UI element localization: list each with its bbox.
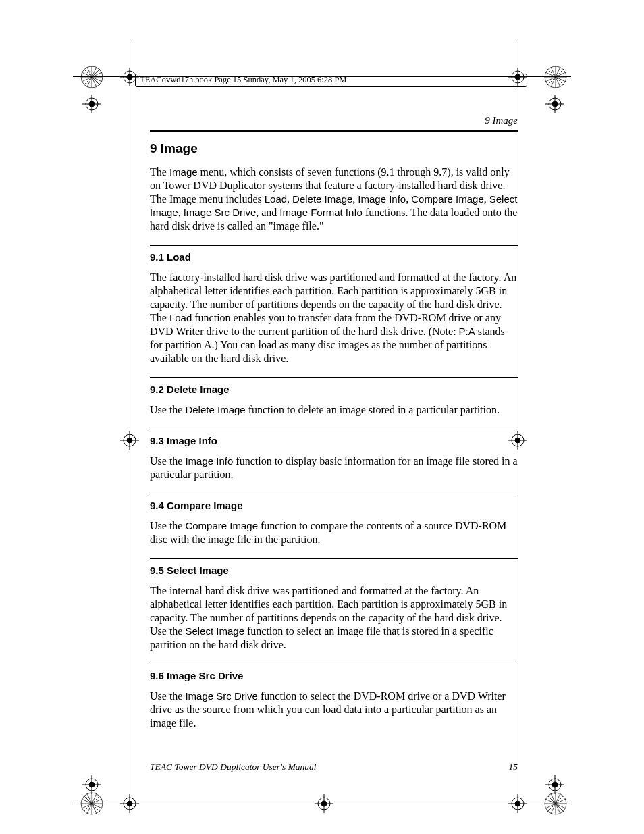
text: , bbox=[287, 193, 292, 205]
fn: Load bbox=[169, 312, 192, 323]
code: P:A bbox=[459, 325, 475, 337]
text: , bbox=[178, 207, 184, 218]
rosette-icon bbox=[543, 791, 568, 816]
text: Use the bbox=[150, 404, 185, 415]
text: function to delete an image stored in a … bbox=[246, 404, 500, 415]
fn: Image Format Info bbox=[279, 207, 363, 218]
paragraph: Use the Compare Image function to compar… bbox=[150, 519, 518, 546]
menu-name: Image bbox=[169, 166, 198, 178]
fn: Image Src Drive bbox=[184, 207, 257, 218]
page: TEACdvwd17h.book Page 15 Sunday, May 1, … bbox=[0, 0, 644, 834]
rule bbox=[150, 377, 518, 378]
crosshair-icon bbox=[508, 794, 527, 813]
fn: Image Info bbox=[358, 193, 406, 205]
paragraph: The internal hard disk drive was partiti… bbox=[150, 584, 518, 652]
rosette-icon bbox=[80, 791, 104, 816]
rule bbox=[150, 429, 518, 429]
rule bbox=[150, 664, 518, 664]
crosshair-icon bbox=[315, 794, 333, 813]
crop-line-left bbox=[130, 41, 130, 810]
subsection-heading: 9.6 Image Src Drive bbox=[150, 670, 518, 681]
running-head: 9 Image bbox=[150, 115, 518, 126]
fn: Delete Image bbox=[185, 404, 245, 415]
rule bbox=[150, 245, 518, 246]
paragraph: Use the Image Info function to display b… bbox=[150, 454, 518, 481]
subsection-heading: 9.1 Load bbox=[150, 251, 518, 263]
text: The bbox=[150, 166, 169, 178]
crosshair-icon bbox=[120, 794, 139, 813]
text: , bbox=[406, 193, 411, 205]
page-number: 15 bbox=[509, 762, 518, 773]
text: function enables you to transfer data fr… bbox=[150, 312, 501, 337]
rosette-icon bbox=[543, 65, 568, 89]
rule bbox=[150, 558, 518, 559]
content-area: 9 Image 9 Image The Image menu, which co… bbox=[150, 115, 518, 739]
text: Use the bbox=[150, 520, 185, 531]
paragraph: The factory-installed hard disk drive wa… bbox=[150, 271, 518, 365]
rule bbox=[150, 130, 518, 132]
rule bbox=[150, 494, 518, 494]
text: Use the bbox=[150, 690, 185, 702]
intro-paragraph: The Image menu, which consists of seven … bbox=[150, 165, 518, 233]
subsection-heading: 9.2 Delete Image bbox=[150, 384, 518, 395]
subsection-heading: 9.5 Select Image bbox=[150, 565, 518, 576]
crosshair-icon bbox=[545, 95, 564, 113]
subsection-heading: 9.3 Image Info bbox=[150, 435, 518, 446]
fn: Load bbox=[265, 193, 287, 205]
book-header: TEACdvwd17h.book Page 15 Sunday, May 1, … bbox=[135, 74, 527, 87]
crosshair-icon bbox=[120, 431, 139, 450]
fn: Delete Image bbox=[292, 193, 352, 205]
crop-line-right bbox=[518, 41, 518, 810]
text: , bbox=[484, 193, 489, 205]
paragraph: Use the Image Src Drive function to sele… bbox=[150, 689, 518, 730]
fn: Image Info bbox=[185, 455, 233, 467]
fn: Image Src Drive bbox=[185, 690, 258, 702]
fn: Select Image bbox=[185, 625, 244, 637]
subsection-heading: 9.4 Compare Image bbox=[150, 500, 518, 511]
text: , and bbox=[256, 207, 279, 218]
crosshair-icon bbox=[82, 95, 101, 113]
text: Use the bbox=[150, 455, 185, 467]
rosette-icon bbox=[80, 65, 104, 89]
footer: TEAC Tower DVD Duplicator User's Manual … bbox=[150, 762, 518, 773]
fn: Compare Image bbox=[185, 520, 258, 531]
fn: Compare Image bbox=[411, 193, 484, 205]
footer-title: TEAC Tower DVD Duplicator User's Manual bbox=[150, 762, 317, 773]
section-title: 9 Image bbox=[150, 141, 518, 156]
paragraph: Use the Delete Image function to delete … bbox=[150, 403, 518, 417]
